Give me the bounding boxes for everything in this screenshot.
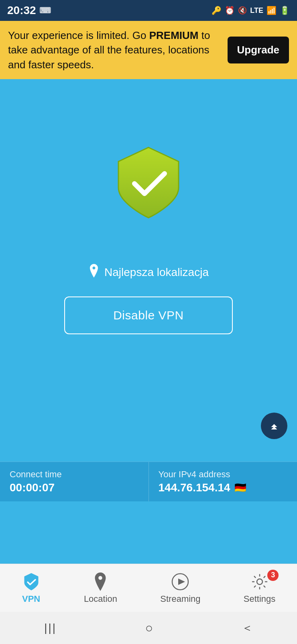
ipv4-label: Your IPv4 address: [159, 469, 230, 480]
nav-item-vpn[interactable]: VPN: [14, 569, 49, 607]
nav-item-settings[interactable]: 3 Settings: [236, 569, 284, 607]
android-back-button[interactable]: ＜: [230, 616, 265, 640]
scroll-up-button[interactable]: [261, 413, 287, 439]
nav-label-vpn: VPN: [22, 594, 40, 604]
bottom-info-bar: Connect time 00:00:07 Your IPv4 address …: [0, 462, 297, 501]
keyboard-indicator: ⌨: [39, 6, 51, 15]
ipv4-section: Your IPv4 address 144.76.154.14 🇩🇪: [148, 462, 297, 501]
ipv4-value-row: 144.76.154.14 🇩🇪: [159, 481, 246, 494]
streaming-nav-icon: [171, 572, 190, 591]
nav-label-settings: Settings: [244, 594, 276, 604]
lte-icon: LTE: [250, 6, 263, 15]
time-display: 20:32: [7, 4, 36, 17]
country-flag: 🇩🇪: [234, 482, 246, 493]
pin-icon: [88, 264, 100, 280]
svg-point-2: [257, 579, 262, 585]
android-recents-button[interactable]: |||: [32, 617, 69, 638]
vpn-nav-icon: [22, 572, 41, 591]
disable-vpn-button[interactable]: Disable VPN: [64, 296, 233, 334]
svg-marker-1: [178, 579, 185, 585]
settings-nav-icon: [250, 572, 269, 591]
settings-badge: 3: [267, 570, 279, 581]
alarm-icon: ⏰: [225, 6, 235, 15]
nav-item-streaming[interactable]: Streaming: [152, 569, 208, 607]
signal-bars-icon: 📶: [266, 6, 277, 15]
connect-time-label: Connect time: [10, 469, 139, 480]
connect-time-value: 00:00:07: [10, 481, 139, 494]
android-nav-bar: ||| ○ ＜: [0, 612, 297, 644]
vpn-main-area: Najlepsza lokalizacja Disable VPN Connec…: [0, 79, 297, 501]
chevron-up-icon: [267, 419, 281, 433]
android-home-button[interactable]: ○: [133, 617, 165, 640]
nav-label-location: Location: [84, 594, 117, 604]
location-text: Najlepsza lokalizacja: [104, 266, 209, 279]
shield-container: [112, 143, 185, 224]
status-time: 20:32 ⌨: [7, 4, 51, 17]
mute-icon: 🔇: [238, 6, 247, 15]
status-icons: 🔑 ⏰ 🔇 LTE 📶 🔋: [212, 6, 290, 15]
premium-banner: Your experience is limited. Go PREMIUM t…: [0, 21, 297, 79]
vpn-shield-icon: [112, 143, 185, 224]
nav-item-location[interactable]: Location: [76, 569, 125, 607]
location-label: Najlepsza lokalizacja: [88, 264, 209, 280]
key-icon: 🔑: [212, 6, 222, 15]
banner-text-bold: PREMIUM: [149, 29, 199, 41]
battery-icon: 🔋: [280, 6, 290, 15]
nav-label-streaming: Streaming: [160, 594, 200, 604]
connect-time-section: Connect time 00:00:07: [0, 462, 148, 501]
status-bar: 20:32 ⌨ 🔑 ⏰ 🔇 LTE 📶 🔋: [0, 0, 297, 21]
bottom-nav: VPN Location Streaming 3 Settings: [0, 564, 297, 612]
location-nav-icon: [91, 572, 110, 591]
ipv4-value: 144.76.154.14: [159, 481, 230, 494]
banner-text-before: Your experience is limited. Go: [8, 29, 149, 41]
banner-text: Your experience is limited. Go PREMIUM t…: [8, 28, 222, 72]
upgrade-button[interactable]: Upgrade: [228, 37, 289, 63]
